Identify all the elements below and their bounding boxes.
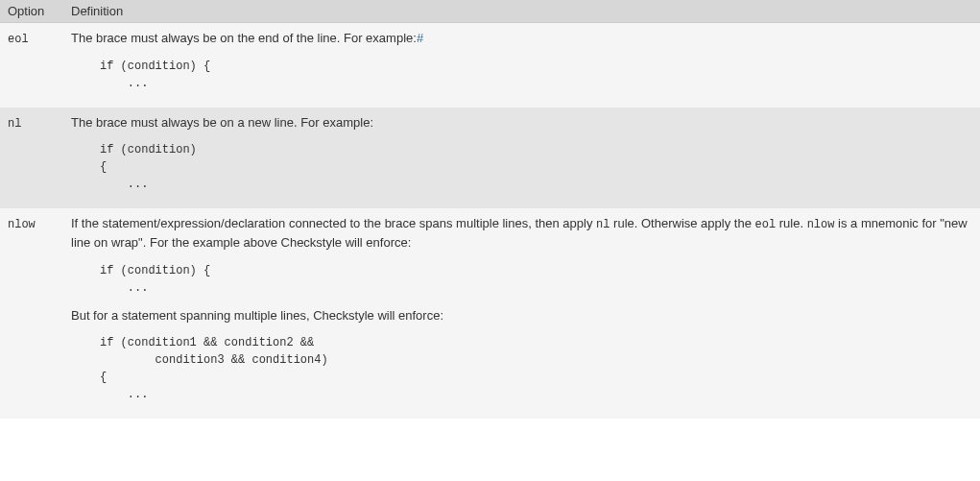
- definition-text: If the statement/expression/declaration …: [71, 216, 596, 230]
- definition-text: The brace must always be on the end of t…: [71, 31, 417, 45]
- table-row: eol The brace must always be on the end …: [0, 23, 980, 108]
- code-block: if (condition) { ...: [100, 141, 972, 193]
- code-block: if (condition) { ...: [100, 58, 972, 92]
- code-block: if (condition1 && condition2 && conditio…: [100, 334, 972, 403]
- definition-text: The brace must always be on a new line. …: [71, 115, 373, 130]
- code-ref-nl: nl: [596, 218, 610, 231]
- table-row: nl The brace must always be on a new lin…: [0, 108, 980, 209]
- option-name-eol: eol: [8, 33, 29, 46]
- definition-cell: The brace must always be on a new line. …: [63, 108, 980, 209]
- code-ref-nlow: nlow: [807, 218, 835, 231]
- definition-text: rule.: [776, 216, 807, 230]
- code-block: if (condition) { ...: [100, 262, 972, 297]
- option-name-nlow: nlow: [8, 218, 36, 231]
- table-row: nlow If the statement/expression/declara…: [0, 208, 980, 419]
- option-name-nl: nl: [8, 117, 21, 131]
- header-option: Option: [0, 0, 63, 23]
- definition-cell: The brace must always be on the end of t…: [63, 23, 980, 108]
- header-definition: Definition: [63, 0, 980, 23]
- anchor-link[interactable]: #: [417, 31, 423, 45]
- code-ref-eol: eol: [755, 218, 777, 231]
- definition-text: But for a statement spanning multiple li…: [71, 308, 443, 323]
- definition-cell: If the statement/expression/declaration …: [63, 208, 980, 419]
- definition-text: rule. Otherwise apply the: [610, 216, 754, 230]
- options-table: Option Definition eol The brace must alw…: [0, 0, 980, 419]
